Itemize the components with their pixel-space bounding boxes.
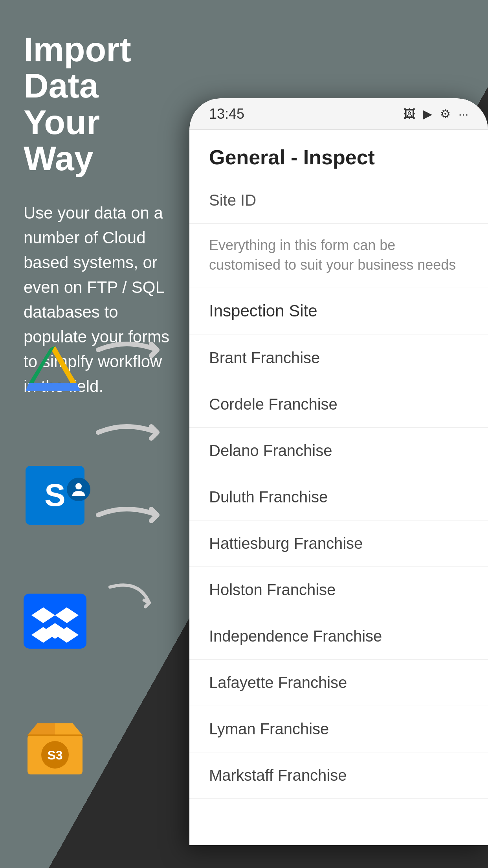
app-header: General - Inspect	[189, 130, 488, 177]
svg-point-4	[75, 483, 82, 489]
arrow-2	[94, 413, 173, 452]
dropbox-icon	[24, 594, 86, 649]
list-item-hattiesburg[interactable]: Hattiesburg Franchise	[189, 520, 488, 567]
list-item-delano[interactable]: Delano Franchise	[189, 428, 488, 474]
svg-marker-3	[55, 346, 77, 383]
list-item-brant[interactable]: Brant Franchise	[189, 335, 488, 381]
arrow-1	[94, 330, 173, 370]
list-item-cordele[interactable]: Cordele Franchise	[189, 381, 488, 428]
settings-icon: ⚙	[440, 107, 451, 121]
main-title: Import Data Your Way	[24, 31, 173, 177]
svg-marker-1	[29, 346, 55, 383]
s3-icon: S3	[24, 715, 86, 778]
svg-text:S3: S3	[47, 748, 62, 762]
status-bar: 13:45 🖼 ▶ ⚙ ···	[189, 98, 488, 130]
status-icons: 🖼 ▶ ⚙ ···	[404, 107, 468, 121]
image-icon: 🖼	[404, 107, 415, 121]
arrows-section	[94, 330, 173, 617]
more-icon: ···	[459, 107, 468, 121]
sharepoint-icon-container: S	[24, 464, 86, 527]
list-item-markstaff[interactable]: Markstaff Franchise	[189, 752, 488, 799]
arrow-3	[94, 495, 173, 535]
list-item-inspection-site[interactable]: Inspection Site	[189, 287, 488, 335]
s3-icon-container: S3	[24, 715, 86, 778]
list-item-independence[interactable]: Independence Franchise	[189, 613, 488, 660]
status-time: 13:45	[209, 106, 244, 122]
svg-rect-5	[24, 594, 86, 649]
list-item-duluth[interactable]: Duluth Franchise	[189, 474, 488, 520]
list-section[interactable]: Site ID Everything in this form can be c…	[189, 177, 488, 799]
phone-screen: 13:45 🖼 ▶ ⚙ ··· General - Inspect Site I…	[189, 98, 488, 845]
dropbox-icon-container	[24, 590, 86, 653]
list-item-lyman[interactable]: Lyman Franchise	[189, 706, 488, 752]
phone-mockup: 13:45 🖼 ▶ ⚙ ··· General - Inspect Site I…	[189, 98, 488, 845]
sharepoint-icon: S	[26, 466, 84, 525]
app-title: General - Inspect	[209, 145, 468, 169]
list-item-holston[interactable]: Holston Franchise	[189, 567, 488, 613]
icons-section: S	[24, 338, 86, 778]
play-icon: ▶	[423, 107, 432, 121]
svg-marker-2	[26, 383, 81, 391]
arrow-4	[94, 578, 173, 617]
list-item-lafayette[interactable]: Lafayette Franchise	[189, 660, 488, 706]
list-item-description: Everything in this form can be customise…	[189, 224, 488, 287]
gdrive-icon-container	[24, 338, 86, 401]
list-item-site-id[interactable]: Site ID	[189, 177, 488, 224]
gdrive-icon	[26, 344, 84, 395]
